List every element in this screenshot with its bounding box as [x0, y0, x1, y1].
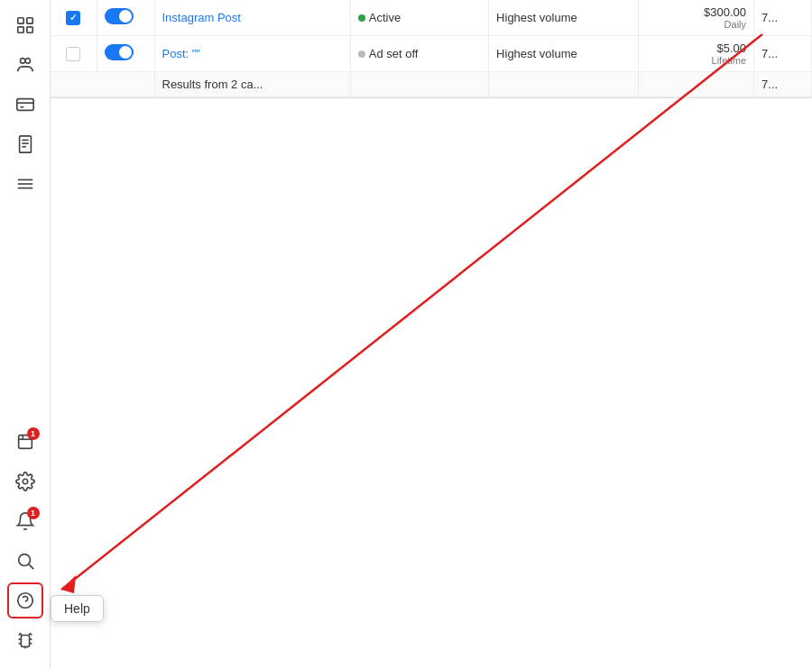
- svg-rect-0: [17, 18, 23, 23]
- bid-strategy-1: Highest volume: [489, 0, 639, 36]
- results-row: Results from 2 ca... 7...: [51, 72, 812, 97]
- budget-cell-1: $300.00 Daily: [639, 0, 754, 36]
- svg-rect-9: [19, 136, 31, 152]
- main-content: Instagram Post Active Highest volume $30…: [51, 0, 812, 669]
- svg-point-22: [17, 593, 32, 609]
- svg-line-30: [61, 34, 762, 590]
- sidebar-item-menu[interactable]: [7, 166, 43, 202]
- toggle-cell-1[interactable]: [97, 0, 154, 36]
- checkbox-cell-2[interactable]: [51, 36, 97, 72]
- ad-name-2: Post: "": [154, 36, 350, 72]
- sidebar-item-billing[interactable]: [7, 87, 43, 123]
- delivery-status-1: Active: [350, 0, 488, 36]
- ads-table: Instagram Post Active Highest volume $30…: [51, 0, 812, 97]
- status-dot-1: [358, 14, 365, 22]
- notifications2-badge: 1: [27, 427, 40, 440]
- budget-period-2: Lifetime: [646, 55, 746, 66]
- ad-name-1: Instagram Post: [154, 0, 350, 36]
- help-tooltip-label: Help: [64, 601, 90, 616]
- results-bid: [489, 72, 639, 97]
- svg-rect-2: [17, 27, 23, 32]
- sidebar-item-debug[interactable]: [7, 622, 43, 658]
- results-budget: [639, 72, 754, 97]
- svg-point-5: [25, 59, 31, 64]
- budget-amount-1: $300.00: [646, 5, 746, 19]
- delivery-label-2: Ad set off: [369, 47, 419, 60]
- sidebar-item-settings[interactable]: [7, 463, 43, 499]
- checkbox-cell-1[interactable]: [51, 0, 97, 36]
- sidebar-item-search[interactable]: [7, 543, 43, 579]
- delivery-label-1: Active: [369, 11, 401, 24]
- budget-period-1: Daily: [646, 19, 746, 30]
- svg-rect-3: [26, 27, 32, 32]
- svg-point-4: [20, 59, 25, 64]
- sidebar-item-reports[interactable]: [7, 126, 43, 162]
- svg-marker-31: [61, 575, 76, 593]
- status-dot-2: [358, 50, 365, 58]
- help-tooltip: Help: [51, 595, 104, 622]
- svg-line-21: [29, 564, 33, 569]
- checkbox-unchecked-2[interactable]: [66, 47, 80, 61]
- results-label: Results from 2 ca...: [154, 72, 350, 97]
- sidebar-item-help[interactable]: [7, 582, 43, 619]
- toggle-1[interactable]: [105, 8, 134, 24]
- delivery-status-2: Ad set off: [350, 36, 488, 72]
- results-delivery: [350, 72, 488, 97]
- red-arrow-overlay: [51, 0, 812, 669]
- sidebar: 1 1: [0, 0, 51, 669]
- budget-amount-2: $5.00: [646, 41, 746, 55]
- sidebar-item-alerts[interactable]: 1: [7, 503, 43, 539]
- svg-point-19: [23, 479, 28, 484]
- svg-rect-24: [21, 636, 29, 647]
- sidebar-bottom: 1 1: [7, 424, 43, 669]
- table-row: Post: "" Ad set off Highest volume $5.00: [51, 36, 812, 72]
- toggle-cell-2[interactable]: [97, 36, 154, 72]
- svg-rect-1: [26, 18, 32, 23]
- sidebar-item-notifications2[interactable]: 1: [7, 424, 43, 460]
- last-col-1: 7...: [754, 0, 812, 36]
- sidebar-item-profile[interactable]: [7, 7, 43, 43]
- alerts-badge: 1: [27, 507, 40, 519]
- budget-cell-2: $5.00 Lifetime: [639, 36, 754, 72]
- results-last: 7...: [754, 72, 812, 97]
- last-col-2: 7...: [754, 36, 812, 72]
- table-row: Instagram Post Active Highest volume $30…: [51, 0, 812, 36]
- svg-point-20: [18, 554, 30, 566]
- results-blank: [51, 72, 154, 97]
- toggle-2[interactable]: [105, 44, 134, 60]
- table-wrapper: Instagram Post Active Highest volume $30…: [51, 0, 812, 98]
- sidebar-item-audience[interactable]: [7, 47, 43, 83]
- checkbox-checked-1[interactable]: [66, 11, 80, 25]
- svg-rect-6: [16, 99, 32, 111]
- bid-strategy-2: Highest volume: [489, 36, 639, 72]
